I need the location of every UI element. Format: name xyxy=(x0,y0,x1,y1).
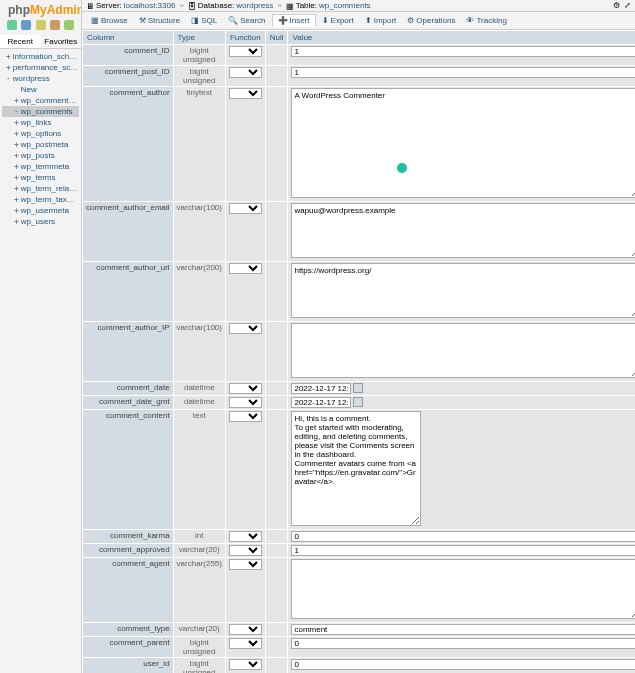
calendar-icon[interactable] xyxy=(353,383,363,393)
insert-form-table: Column Type Function Null Value comment_… xyxy=(82,30,635,673)
field-row: comment_contenttextHi, this is a comment… xyxy=(83,410,636,530)
breadcrumb-server[interactable]: localhost:3306 xyxy=(124,1,176,10)
value-textarea[interactable]: wapuu@wordpress.example xyxy=(291,203,635,258)
value-input[interactable] xyxy=(291,397,351,408)
function-select[interactable] xyxy=(229,263,262,274)
header-null: Null xyxy=(265,31,288,45)
tab-sql[interactable]: ◨SQL xyxy=(186,14,222,27)
value-textarea[interactable]: Hi, this is a comment. To get started wi… xyxy=(291,411,421,526)
null-cell xyxy=(265,623,288,637)
value-textarea[interactable]: A WordPress Commenter xyxy=(291,88,635,198)
field-row: comment_author_urlvarchar(200)https://wo… xyxy=(83,262,636,322)
field-name: comment_author xyxy=(83,87,174,202)
tree-item[interactable]: New xyxy=(2,84,79,95)
function-select[interactable] xyxy=(229,659,262,670)
gear-icon[interactable]: ⚙ xyxy=(613,1,620,10)
value-input[interactable] xyxy=(291,624,635,635)
home-icon[interactable] xyxy=(7,20,17,30)
tab-search[interactable]: 🔍Search xyxy=(223,14,270,27)
value-cell xyxy=(288,623,635,637)
value-input[interactable] xyxy=(291,383,351,394)
function-select[interactable] xyxy=(229,46,262,57)
docs-icon[interactable] xyxy=(36,20,46,30)
value-textarea[interactable] xyxy=(291,323,635,378)
value-input[interactable] xyxy=(291,46,635,57)
field-type: tinytext xyxy=(173,87,225,202)
breadcrumb-db[interactable]: wordpress xyxy=(236,1,273,10)
reload-icon[interactable] xyxy=(64,20,74,30)
value-textarea[interactable] xyxy=(291,559,635,619)
null-cell xyxy=(265,658,288,674)
field-type: varchar(200) xyxy=(173,262,225,322)
tree-item[interactable]: +wp_postmeta xyxy=(2,139,79,150)
field-name: comment_date_gmt xyxy=(83,396,174,410)
value-cell xyxy=(288,637,635,658)
calendar-icon[interactable] xyxy=(353,397,363,407)
tree-item[interactable]: +information_schema xyxy=(2,51,79,62)
tree-item[interactable]: +wp_posts xyxy=(2,150,79,161)
field-name: comment_date xyxy=(83,382,174,396)
tree-item[interactable]: +wp_links xyxy=(2,117,79,128)
null-cell xyxy=(265,558,288,623)
field-row: comment_parentbigint unsigned xyxy=(83,637,636,658)
tree-item[interactable]: +wp_commentmeta xyxy=(2,95,79,106)
value-cell xyxy=(288,658,635,674)
tree-item[interactable]: +wp_usermeta xyxy=(2,205,79,216)
field-type: bigint unsigned xyxy=(173,45,225,66)
logout-icon[interactable] xyxy=(21,20,31,30)
tab-recent[interactable]: Recent xyxy=(0,35,41,48)
tab-export[interactable]: ⬇Export xyxy=(317,14,359,27)
field-row: comment_approvedvarchar(20) xyxy=(83,544,636,558)
tab-import[interactable]: ⬆Import xyxy=(360,14,402,27)
value-cell xyxy=(288,382,635,396)
grammarly-icon[interactable] xyxy=(397,163,407,173)
tree-item[interactable]: +wp_termmeta xyxy=(2,161,79,172)
function-select[interactable] xyxy=(229,638,262,649)
function-select[interactable] xyxy=(229,559,262,570)
field-type: datetime xyxy=(173,396,225,410)
field-name: user_id xyxy=(83,658,174,674)
tree-item[interactable]: +wp_term_taxonomy xyxy=(2,194,79,205)
tree-item[interactable]: +wp_terms xyxy=(2,172,79,183)
function-select[interactable] xyxy=(229,203,262,214)
tab-favorites[interactable]: Favorites xyxy=(41,35,82,48)
tree-item[interactable]: +wp_users xyxy=(2,216,79,227)
tab-structure[interactable]: ⚒Structure xyxy=(134,14,185,27)
value-input[interactable] xyxy=(291,545,635,556)
tree-item[interactable]: +performance_schema xyxy=(2,62,79,73)
function-select[interactable] xyxy=(229,545,262,556)
function-select[interactable] xyxy=(229,88,262,99)
value-input[interactable] xyxy=(291,638,635,649)
tree-item[interactable]: +wp_options xyxy=(2,128,79,139)
expand-icon[interactable]: ⤢ xyxy=(624,1,631,10)
function-select[interactable] xyxy=(229,531,262,542)
field-name: comment_author_email xyxy=(83,202,174,262)
tab-tracking[interactable]: 👁Tracking xyxy=(461,14,511,27)
logo[interactable]: phpMyAdmin xyxy=(0,0,81,20)
function-select[interactable] xyxy=(229,383,262,394)
function-select[interactable] xyxy=(229,397,262,408)
value-cell: https://wordpress.org/ xyxy=(288,262,635,322)
field-name: comment_ID xyxy=(83,45,174,66)
value-input[interactable] xyxy=(291,531,635,542)
tree-item[interactable]: -wp_comments xyxy=(2,106,79,117)
settings-icon[interactable] xyxy=(50,20,60,30)
tab-browse[interactable]: ▦Browse xyxy=(86,14,133,27)
function-select[interactable] xyxy=(229,411,262,422)
tree-item[interactable]: -wordpress xyxy=(2,73,79,84)
tab-operations[interactable]: ⚙Operations xyxy=(402,14,460,27)
function-select[interactable] xyxy=(229,323,262,334)
value-input[interactable] xyxy=(291,659,635,670)
field-name: comment_content xyxy=(83,410,174,530)
breadcrumb-table[interactable]: wp_comments xyxy=(319,1,371,10)
value-textarea[interactable]: https://wordpress.org/ xyxy=(291,263,635,318)
tree-item[interactable]: +wp_term_relationships xyxy=(2,183,79,194)
function-select[interactable] xyxy=(229,624,262,635)
tab-insert[interactable]: ➕Insert xyxy=(272,14,316,27)
value-input[interactable] xyxy=(291,67,635,78)
value-cell xyxy=(288,530,635,544)
function-select[interactable] xyxy=(229,67,262,78)
null-cell xyxy=(265,87,288,202)
null-cell xyxy=(265,322,288,382)
field-type: text xyxy=(173,410,225,530)
